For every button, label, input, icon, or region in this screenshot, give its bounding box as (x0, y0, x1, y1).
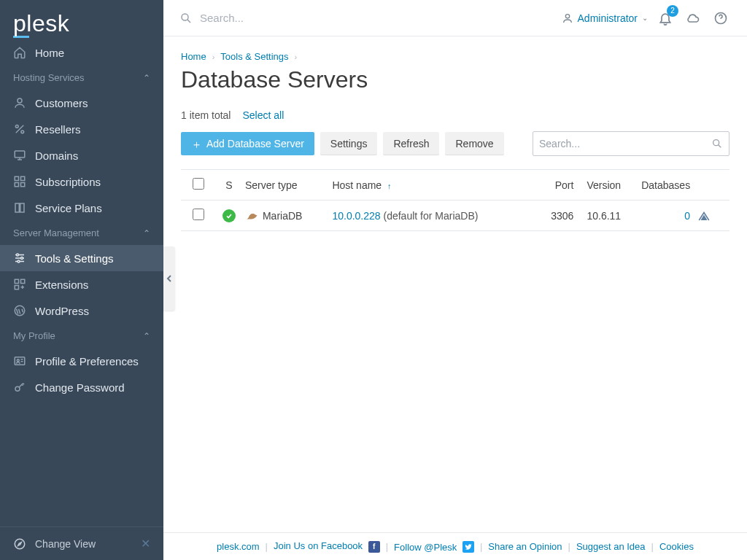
brand-logo[interactable]: plesk (0, 0, 163, 39)
sidebar-item-tools-settings[interactable]: Tools & Settings (0, 245, 163, 271)
sidebar-item-wordpress[interactable]: WordPress (0, 298, 163, 324)
sidebar-item-label: Resellers (35, 123, 81, 136)
svg-rect-10 (21, 183, 25, 187)
select-all-link[interactable]: Select all (242, 109, 284, 121)
help-button[interactable] (711, 8, 731, 28)
sidebar-item-home[interactable]: Home (0, 39, 163, 66)
row-status (220, 209, 238, 222)
svg-rect-8 (21, 176, 25, 180)
svg-point-2 (15, 125, 18, 128)
svg-point-28 (15, 539, 25, 549)
refresh-button[interactable]: Refresh (383, 132, 439, 155)
cloud-sync-button[interactable] (683, 8, 703, 28)
table-row: MariaDB 10.0.0.228 (default for MariaDB)… (181, 201, 729, 231)
row-host: 10.0.0.228 (default for MariaDB) (332, 210, 525, 222)
key-icon (13, 381, 26, 394)
twitter-icon (462, 541, 474, 553)
sidebar-item-resellers[interactable]: Resellers (0, 116, 163, 142)
sidebar-item-change-password[interactable]: Change Password (0, 374, 163, 400)
sidebar-item-label: WordPress (35, 305, 89, 317)
footer-link-twitter[interactable]: Follow @Plesk (394, 541, 474, 553)
phpmyadmin-icon (697, 210, 718, 222)
change-view-bar: Change View ✕ (0, 526, 163, 560)
host-link[interactable]: 10.0.0.228 (332, 210, 380, 222)
svg-rect-18 (21, 279, 25, 283)
table-header: S Server type Host name ↑ Port Version D… (181, 170, 729, 201)
col-status[interactable]: S (220, 179, 238, 191)
remove-button[interactable]: Remove (445, 132, 503, 155)
svg-point-16 (18, 260, 20, 262)
brand-text: plesk (13, 10, 69, 36)
svg-rect-4 (15, 151, 25, 158)
sidebar-item-label: Subscriptions (35, 176, 101, 188)
sidebar-section-profile[interactable]: My Profile ⌃ (0, 324, 163, 348)
sidebar-item-label: Home (35, 47, 64, 59)
sidebar-item-subscriptions[interactable]: Subscriptions (0, 168, 163, 195)
db-servers-table: S Server type Host name ↑ Port Version D… (181, 169, 729, 231)
svg-rect-7 (15, 176, 18, 180)
col-select-all[interactable] (193, 178, 213, 192)
notifications-button[interactable]: 2 (655, 8, 676, 28)
chevron-down-icon: ⌄ (642, 14, 648, 22)
col-server-type[interactable]: Server type (245, 179, 325, 191)
list-meta: 1 item total Select all (181, 109, 729, 121)
toolbar: ＋ Add Database Server Settings Refresh R… (181, 131, 729, 156)
row-select[interactable] (193, 209, 213, 222)
settings-button[interactable]: Settings (320, 132, 378, 155)
col-host-name[interactable]: Host name ↑ (332, 179, 525, 191)
row-phpmyadmin[interactable] (697, 210, 718, 222)
host-suffix: (default for MariaDB) (381, 210, 479, 222)
col-port[interactable]: Port (533, 179, 574, 191)
home-icon (13, 46, 26, 59)
user-icon (562, 12, 573, 24)
sidebar-item-label: Customers (35, 97, 88, 109)
footer-link-plesk[interactable]: plesk.com (217, 541, 260, 552)
footer-link-idea[interactable]: Suggest an Idea (576, 541, 646, 552)
breadcrumb-home[interactable]: Home (181, 51, 206, 62)
footer-link-facebook[interactable]: Join Us on Facebook f (274, 540, 380, 553)
sidebar-item-extensions[interactable]: Extensions (0, 271, 163, 298)
monitor-icon (13, 149, 26, 162)
breadcrumb-tools-settings[interactable]: Tools & Settings (220, 51, 288, 62)
svg-point-15 (21, 257, 23, 260)
user-menu[interactable]: Administrator ⌄ (562, 12, 648, 24)
add-database-server-button[interactable]: ＋ Add Database Server (181, 132, 314, 155)
table-search-input[interactable] (539, 138, 711, 149)
col-version[interactable]: Version (581, 179, 629, 191)
databases-link[interactable]: 0 (684, 210, 690, 222)
svg-point-30 (182, 14, 188, 20)
sidebar-item-label: Tools & Settings (35, 252, 114, 265)
button-label: Add Database Server (206, 138, 304, 149)
sidebar-item-label: Change Password (35, 381, 125, 394)
sidebar-section-server[interactable]: Server Management ⌃ (0, 221, 163, 245)
svg-marker-29 (18, 542, 22, 545)
footer-link-opinion[interactable]: Share an Opinion (488, 541, 562, 552)
global-search-input[interactable] (200, 12, 492, 24)
global-search[interactable] (179, 12, 554, 25)
footer-link-cookies[interactable]: Cookies (659, 541, 694, 552)
sidebar-item-service-plans[interactable]: Service Plans (0, 195, 163, 221)
footer: plesk.com | Join Us on Facebook f | Foll… (163, 532, 747, 560)
page-title: Database Servers (181, 66, 729, 93)
wordpress-icon (13, 304, 26, 317)
sidebar-item-domains[interactable]: Domains (0, 142, 163, 168)
grid-icon (13, 175, 26, 188)
sidebar-section-hosting[interactable]: Hosting Services ⌃ (0, 66, 163, 90)
topbar: Administrator ⌄ 2 (163, 0, 747, 36)
table-search[interactable] (533, 131, 729, 156)
svg-point-35 (713, 140, 719, 146)
row-port: 3306 (533, 210, 574, 222)
status-ok-icon (222, 209, 236, 222)
chevron-up-icon: ⌃ (143, 228, 150, 238)
chevron-right-icon: › (212, 52, 215, 61)
facebook-icon: f (368, 541, 380, 553)
sidebar-item-label: Extensions (35, 279, 88, 291)
sidebar-item-profile-prefs[interactable]: Profile & Preferences (0, 348, 163, 374)
change-view-button[interactable]: Change View (13, 537, 96, 551)
col-databases[interactable]: Databases (636, 179, 690, 191)
footer-link-label: Join Us on Facebook (274, 540, 363, 551)
sidebar-item-customers[interactable]: Customers (0, 90, 163, 116)
sidebar-section-label: My Profile (13, 330, 55, 341)
close-icon[interactable]: ✕ (141, 537, 150, 551)
breadcrumb: Home › Tools & Settings › (181, 51, 729, 62)
